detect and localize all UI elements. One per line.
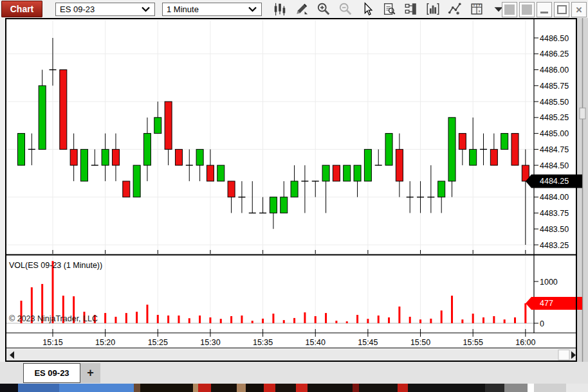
- volume-bar: [262, 319, 264, 323]
- window-option-2-button[interactable]: [519, 2, 535, 17]
- h-scrollbar[interactable]: [6, 349, 576, 361]
- price-tick-label: 4483.25: [540, 241, 569, 250]
- zoom-out-button[interactable]: [337, 1, 353, 17]
- volume-bar: [524, 303, 526, 323]
- volume-bar: [146, 305, 148, 323]
- minimize-button[interactable]: [537, 2, 552, 17]
- volume-bar: [367, 319, 369, 323]
- candle-body: [280, 197, 288, 213]
- indicators-icon: [426, 2, 440, 16]
- volume-bar: [283, 320, 285, 323]
- candle-body: [511, 134, 519, 166]
- volume-bar: [472, 314, 474, 323]
- time-tick-label: 15:55: [463, 338, 483, 347]
- close-icon: ✕: [576, 5, 583, 15]
- splitter-handle[interactable]: [580, 108, 585, 119]
- candle-body: [270, 197, 277, 213]
- candle: [80, 149, 87, 181]
- cursor-button[interactable]: [359, 1, 375, 17]
- chart-canvas[interactable]: VOL(ES 09-23 (1 Minute))© 2023 NinjaTrad…: [5, 18, 588, 362]
- instrument-selector[interactable]: ES 09-23: [55, 3, 155, 16]
- candle-body: [80, 149, 87, 181]
- volume-bar: [388, 317, 390, 323]
- volume-bar: [220, 319, 222, 323]
- scrollbar-track[interactable]: [6, 349, 576, 361]
- restore-button[interactable]: [554, 2, 569, 17]
- volume-bar: [451, 296, 453, 323]
- tab-bar: ES 09-23 +: [0, 362, 588, 384]
- blank-glyph: [504, 4, 515, 15]
- volume-bar: [325, 313, 327, 323]
- time-tick-label: 15:15: [42, 338, 62, 347]
- volume-bar: [482, 317, 484, 323]
- toolbar-icons: [271, 1, 506, 17]
- candle: [133, 165, 140, 197]
- toolbar: Chart ES 09-23 1 Minute ✕: [0, 0, 588, 18]
- drawing-tools-button[interactable]: [293, 1, 309, 17]
- candlestick-style-icon: [273, 2, 287, 16]
- line-study-button[interactable]: [446, 1, 463, 17]
- candle-body: [102, 149, 109, 165]
- indicators-button[interactable]: [425, 1, 441, 17]
- volume-indicator-label: VOL(ES 09-23 (1 Minute)): [9, 261, 102, 270]
- price-tick-label: 4483.50: [540, 225, 569, 234]
- candle-body: [133, 165, 140, 197]
- interval-value: 1 Minute: [167, 4, 199, 14]
- candle-body: [39, 85, 46, 149]
- tab-es-09-23[interactable]: ES 09-23: [23, 363, 80, 383]
- candle-body: [143, 134, 151, 166]
- volume-bar: [419, 319, 421, 323]
- zoom-in-button[interactable]: [315, 1, 331, 17]
- candle: [217, 165, 225, 181]
- properties-button[interactable]: [468, 1, 484, 17]
- chevron-down-icon: [248, 6, 257, 12]
- time-tick-label: 15:35: [253, 338, 273, 347]
- candle-body: [344, 165, 351, 181]
- line-study-icon: [448, 2, 462, 16]
- volume-bar: [241, 316, 243, 323]
- candle-body: [60, 70, 67, 150]
- chart-trader-button[interactable]: [403, 1, 419, 17]
- price-tick-label: 4483.75: [540, 209, 569, 218]
- interval-selector[interactable]: 1 Minute: [162, 3, 262, 16]
- price-tick-label: 4485.00: [540, 129, 569, 138]
- last-price-value: 4484.25: [540, 177, 569, 186]
- chart-window: Chart ES 09-23 1 Minute ✕ VOL(ES 09-23 (…: [0, 0, 588, 392]
- candle-body: [123, 181, 130, 197]
- time-tick-label: 15:20: [95, 338, 115, 347]
- candle: [501, 134, 508, 150]
- volume-bar: [430, 319, 432, 323]
- candle-body: [18, 134, 25, 166]
- window-option-1-button[interactable]: [502, 2, 517, 17]
- blank-glyph: [522, 4, 532, 15]
- candlestick-style-button[interactable]: [271, 1, 288, 17]
- candle-body: [207, 165, 214, 181]
- volume-bar: [157, 315, 159, 323]
- zoom-in-icon: [317, 2, 331, 16]
- volume-bar: [493, 316, 495, 323]
- volume-bar: [272, 314, 274, 323]
- volume-bar: [398, 307, 400, 323]
- time-tick-label: 15:45: [358, 338, 378, 347]
- data-box-button[interactable]: [381, 1, 397, 17]
- volume-bar: [356, 315, 358, 323]
- candle: [60, 70, 67, 150]
- candle-body: [322, 165, 329, 181]
- last-volume-marker: 477: [526, 297, 582, 310]
- candle-body: [364, 149, 371, 181]
- volume-bar: [346, 321, 348, 323]
- close-button[interactable]: ✕: [571, 2, 587, 17]
- last-price-marker: 4484.25: [526, 174, 582, 188]
- candle-body: [165, 102, 172, 149]
- volume-bar: [409, 317, 411, 323]
- chart-menu-button[interactable]: Chart: [1, 1, 42, 17]
- scrollbar-thumb[interactable]: [558, 350, 569, 361]
- volume-bar: [178, 316, 179, 323]
- volume-bar: [209, 317, 211, 323]
- time-tick-label: 15:25: [148, 338, 168, 347]
- volume-bar: [335, 321, 337, 323]
- new-tab-button[interactable]: +: [80, 363, 100, 383]
- price-tick-label: 4486.25: [540, 49, 569, 58]
- volume-tick-label: 1000: [540, 278, 558, 287]
- price-tick-label: 4485.25: [540, 113, 569, 122]
